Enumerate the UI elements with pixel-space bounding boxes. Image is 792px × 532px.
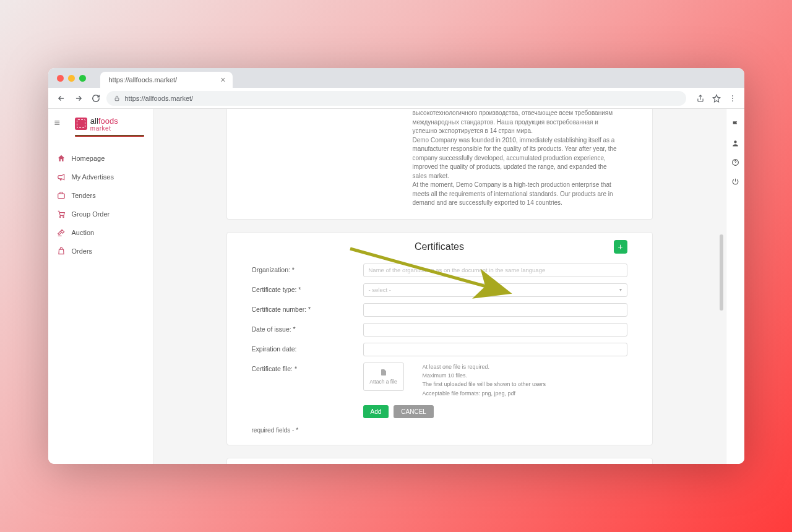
input-expiration[interactable] — [363, 343, 627, 356]
gavel-icon — [57, 228, 66, 237]
select-cert-type[interactable]: - select - ▾ — [363, 283, 627, 297]
sidebar-item-group-order[interactable]: Group Order — [48, 205, 153, 223]
cart-icon — [57, 210, 66, 218]
company-description-card: высокотехнологичного производства, отвеч… — [226, 109, 653, 220]
row-cert-file: Certificate file: * Attach a file At lea… — [252, 363, 627, 398]
select-placeholder: - select - — [369, 286, 391, 293]
new-certificate-button[interactable]: + — [614, 240, 627, 254]
sidebar-item-label: Group Order — [72, 210, 110, 218]
sidebar-item-homepage[interactable]: Homepage — [48, 149, 153, 168]
address-actions — [695, 93, 738, 104]
certificates-header: Certificates + — [252, 241, 627, 252]
svg-point-1 — [732, 95, 733, 96]
share-icon — [696, 94, 705, 103]
logo-text-foods: foods — [98, 116, 118, 126]
sidebar-item-tenders[interactable]: Tenders — [48, 186, 153, 205]
nav-reload-button[interactable] — [89, 92, 103, 105]
sidebar-item-label: Orders — [72, 247, 93, 255]
sidebar-collapse-button[interactable]: ≡ — [48, 114, 66, 132]
kebab-icon — [728, 94, 737, 103]
sidebar-item-auction[interactable]: Auction — [48, 223, 153, 242]
share-button[interactable] — [695, 93, 706, 104]
tab-title: https://allfoods.market/ — [109, 76, 178, 84]
page-viewport: ≡ allfoods market — [48, 109, 744, 464]
attach-file-button[interactable]: Attach a file — [363, 363, 404, 391]
help-icon[interactable] — [731, 158, 739, 166]
row-date-issue: Date of issue: * — [252, 323, 627, 337]
row-organization: Organization: * — [252, 264, 627, 277]
description-text: высокотехнологичного производства, отвеч… — [413, 109, 623, 208]
window-close-button[interactable] — [57, 75, 64, 82]
tab-close-button[interactable]: × — [220, 75, 225, 85]
browser-address-bar: https://allfoods.market/ — [48, 88, 744, 109]
form-actions: Add CANCEL — [363, 405, 627, 418]
user-icon[interactable] — [731, 139, 739, 147]
window-maximize-button[interactable] — [79, 75, 86, 82]
bag-icon — [57, 247, 66, 255]
left-sidebar: ≡ allfoods market — [48, 109, 153, 464]
required-fields-note: required fields - * — [252, 427, 627, 434]
browser-window-wrapper: https://allfoods.market/ × https://allfo… — [48, 68, 744, 464]
label-cert-file: Certificate file: * — [252, 363, 363, 372]
flag-icon[interactable] — [731, 120, 739, 128]
svg-point-6 — [62, 217, 64, 218]
certificates-title: Certificates — [415, 241, 464, 252]
label-cert-type: Certificate type: * — [252, 283, 363, 293]
svg-point-5 — [59, 217, 61, 218]
sidebar-item-advertises[interactable]: My Advertises — [48, 168, 153, 186]
logo-subtitle: market — [90, 125, 118, 132]
row-cert-type: Certificate type: * - select - ▾ — [252, 283, 627, 297]
brand-logo[interactable]: allfoods market — [66, 114, 153, 140]
logo-divider — [75, 135, 144, 137]
certificates-card: Certificates + Organization: * Certifica… — [226, 232, 653, 446]
row-expiration: Expiration date: — [252, 343, 627, 356]
window-minimize-button[interactable] — [68, 75, 75, 82]
svg-point-3 — [732, 100, 733, 101]
input-organization[interactable] — [363, 264, 627, 277]
browser-titlebar: https://allfoods.market/ × — [48, 68, 744, 88]
menu-button[interactable] — [727, 93, 738, 104]
lock-icon — [114, 95, 120, 101]
sidebar-item-orders[interactable]: Orders — [48, 242, 153, 260]
nav-back-button[interactable] — [54, 92, 68, 105]
power-icon[interactable] — [731, 178, 739, 186]
input-date-issue[interactable] — [363, 323, 627, 337]
svg-point-2 — [732, 98, 733, 99]
star-icon — [712, 94, 721, 103]
svg-point-8 — [734, 140, 736, 143]
briefcase-icon — [57, 191, 66, 200]
add-button[interactable]: Add — [363, 405, 389, 418]
logo-mark-icon — [75, 118, 87, 130]
scrollbar-thumb[interactable] — [720, 234, 723, 311]
svg-rect-0 — [115, 98, 119, 100]
megaphone-icon — [57, 173, 66, 181]
label-expiration: Expiration date: — [252, 343, 363, 353]
sidebar-item-label: Auction — [72, 229, 95, 236]
scrollbar[interactable] — [720, 113, 723, 460]
url-input[interactable]: https://allfoods.market/ — [106, 91, 686, 106]
main-content: высокотехнологичного производства, отвеч… — [153, 109, 726, 464]
file-hints: At least one file is required. Maximum 1… — [423, 363, 546, 398]
sidebar-item-label: Homepage — [72, 155, 105, 162]
svg-rect-4 — [58, 194, 64, 199]
row-cert-number: Certificate number: * — [252, 303, 627, 317]
cancel-button[interactable]: CANCEL — [394, 405, 434, 418]
sidebar-item-label: Tenders — [72, 192, 96, 199]
input-cert-number[interactable] — [363, 303, 627, 317]
attach-label: Attach a file — [369, 379, 397, 385]
sidebar-nav: Homepage My Advertises Tenders Group Ord… — [48, 149, 153, 260]
url-text: https://allfoods.market/ — [125, 95, 194, 102]
window-controls — [57, 75, 86, 82]
bookmark-button[interactable] — [711, 93, 722, 104]
right-rail — [726, 109, 744, 464]
label-cert-number: Certificate number: * — [252, 303, 363, 313]
sidebar-item-label: My Advertises — [72, 173, 114, 181]
nav-forward-button[interactable] — [72, 92, 85, 105]
browser-tab[interactable]: https://allfoods.market/ × — [100, 72, 233, 88]
label-organization: Organization: * — [252, 264, 363, 273]
home-icon — [57, 154, 66, 163]
label-date-issue: Date of issue: * — [252, 323, 363, 333]
logo-text-all: all — [90, 116, 98, 126]
chevron-down-icon: ▾ — [619, 287, 622, 293]
arrow-left-icon — [57, 94, 66, 103]
